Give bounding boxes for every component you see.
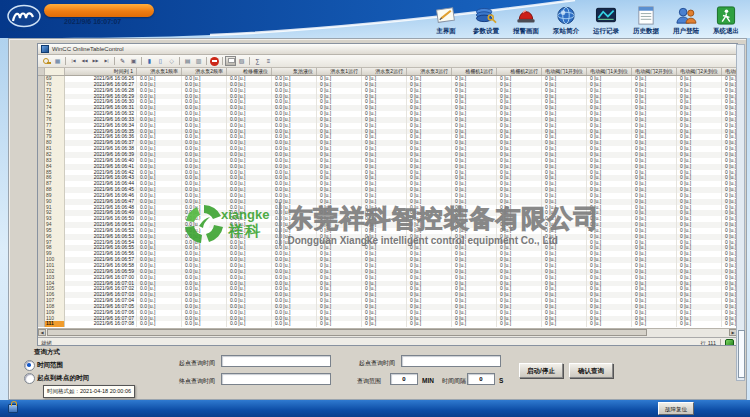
export-report-icon[interactable]: ▤ xyxy=(182,56,193,66)
last-record-icon[interactable]: ▶| xyxy=(101,56,112,66)
start-time-input-2[interactable] xyxy=(401,355,501,367)
radio-time-range[interactable] xyxy=(24,360,35,371)
nav-history-data[interactable]: 历史数据 xyxy=(626,5,666,36)
start-stop-button[interactable]: 启动/停止 xyxy=(519,363,563,378)
next-column-icon[interactable]: ▯ xyxy=(155,56,166,66)
wincc-titlebar[interactable]: WinCC OnlineTableControl xyxy=(38,44,737,55)
value-cell: 0.0 [u.] xyxy=(182,321,227,327)
nav-label: 运行记录 xyxy=(593,27,619,36)
scroll-left-arrow-icon[interactable]: ◀ xyxy=(38,329,46,336)
fault-reset-button[interactable]: 故障复位 xyxy=(658,402,694,415)
confirm-query-button[interactable]: 确认查询 xyxy=(569,363,613,378)
ruler-icon[interactable]: ≡ xyxy=(263,56,274,66)
horizontal-scroll-thumb[interactable] xyxy=(47,329,647,336)
nav-label: 参数设置 xyxy=(473,27,499,36)
lock-icon xyxy=(8,404,18,413)
time-format-hint: 时间格式如：2021-04-18 20:00:06 xyxy=(43,385,135,398)
stop-update-icon[interactable] xyxy=(210,57,219,66)
prev-record-icon[interactable]: ◀◀ xyxy=(79,56,90,66)
radio-selected-dot xyxy=(27,363,31,367)
end-time-label: 终点查询时间 xyxy=(179,377,215,386)
nav-label: 主界面 xyxy=(436,27,456,36)
start-time-label: 起点查询时间 xyxy=(179,359,215,368)
nav-system-exit[interactable]: 系统退出 xyxy=(706,5,746,36)
column-header: 潜水泵1频率 xyxy=(137,68,182,75)
system-clock: 2021/9/6 16:07:07 xyxy=(64,18,121,25)
value-cell: 0.0 [u.] xyxy=(272,321,317,327)
value-cell: 0.0 [u.] xyxy=(227,321,272,327)
radio-time-range-label: 时间范围 xyxy=(37,361,63,370)
query-range-input[interactable] xyxy=(390,373,418,385)
value-cell: 0 [u.] xyxy=(317,321,362,327)
nav-user-login[interactable]: 用户登陆 xyxy=(666,5,706,36)
column-header: 电动阀门2开到位 xyxy=(632,68,677,75)
nav-main-screen[interactable]: 主界面 xyxy=(426,5,466,36)
column-header: 电动阀门1开到位 xyxy=(542,68,587,75)
key-icon[interactable] xyxy=(41,56,52,66)
status-separator xyxy=(720,339,721,346)
next-record-icon[interactable]: ▶▶ xyxy=(90,56,101,66)
interval-unit-label: S xyxy=(499,377,503,384)
query-method-label: 查询方式 xyxy=(34,348,60,357)
column-header: 潜水泵1运行 xyxy=(317,68,362,75)
alarm-screen-icon xyxy=(514,5,538,26)
wincc-statusbar: 就绪 行 111 xyxy=(38,337,737,346)
export-icon[interactable]: ▧ xyxy=(236,56,247,66)
header-corner xyxy=(38,68,45,75)
time-interval-label: 时间间隔 xyxy=(442,377,466,386)
top-banner: 祥科智控 2021/9/6 16:07:07 主界面 参数设置 xyxy=(0,0,750,38)
toolbar-separator xyxy=(114,57,115,65)
toolbar-separator xyxy=(206,57,207,65)
run-record-icon xyxy=(594,5,618,26)
first-record-icon[interactable]: |◀ xyxy=(68,56,79,66)
query-range-label: 查询范围 xyxy=(357,377,381,386)
main-nav: 主界面 参数设置 报警画面 xyxy=(426,5,746,36)
value-cell: 0 [u.] xyxy=(497,321,542,327)
logo-caption: 祥科智控 xyxy=(7,27,27,32)
nav-alarm-screen[interactable]: 报警画面 xyxy=(506,5,546,36)
start-time-label-2: 起点查询时间 xyxy=(359,359,395,368)
nav-station-intro[interactable]: 泵站简介 xyxy=(546,5,586,36)
bottom-bar: 故障复位 xyxy=(0,400,750,417)
value-cell: 0 [u.] xyxy=(677,321,722,327)
print-icon[interactable] xyxy=(225,56,236,66)
stats-icon[interactable]: ∑ xyxy=(252,56,263,66)
copy-icon[interactable]: ▣ xyxy=(128,56,139,66)
vertical-scroll-thumb[interactable] xyxy=(738,330,745,378)
station-name-banner xyxy=(44,4,154,17)
horizontal-scrollbar[interactable]: ◀ ▶ xyxy=(38,328,737,337)
table-row[interactable]: 1112021/9/6 16:07:080.0 [u.]0.0 [u.]0.0 … xyxy=(38,321,737,327)
nav-label: 泵站简介 xyxy=(553,27,579,36)
nav-parameter-settings[interactable]: 参数设置 xyxy=(466,5,506,36)
edit-icon[interactable]: ✎ xyxy=(117,56,128,66)
wincc-toolbar: ▦|◀◀◀▶▶▶|✎▣▮▯◇▤▥▧∑≡ xyxy=(38,55,737,68)
column-header: 泵池液位 xyxy=(272,68,317,75)
user-login-icon xyxy=(674,5,698,26)
column-header: 电动阀门1关到位 xyxy=(587,68,632,75)
nav-run-record[interactable]: 运行记录 xyxy=(586,5,626,36)
radio-start-end-time[interactable] xyxy=(24,373,35,384)
wincc-table-window: WinCC OnlineTableControl ▦|◀◀◀▶▶▶|✎▣▮▯◇▤… xyxy=(37,43,738,346)
station-intro-icon xyxy=(554,5,578,26)
main-panel: WinCC OnlineTableControl ▦|◀◀◀▶▶▶|✎▣▮▯◇▤… xyxy=(8,38,747,400)
nav-label: 系统退出 xyxy=(713,27,739,36)
end-time-input[interactable] xyxy=(221,373,331,385)
toolbar-separator xyxy=(141,57,142,65)
column-header: 检修栅液位 xyxy=(227,68,272,75)
value-cell: 0 [u.] xyxy=(362,321,407,327)
vertical-scrollbar[interactable] xyxy=(736,44,745,381)
time-range-icon[interactable]: ◇ xyxy=(166,56,177,66)
export-data-icon[interactable]: ▥ xyxy=(193,56,204,66)
wincc-window-title: WinCC OnlineTableControl xyxy=(52,46,124,52)
connection-status-icon xyxy=(725,339,734,346)
table-select-icon[interactable]: ▦ xyxy=(52,56,63,66)
first-column-icon[interactable]: ▮ xyxy=(144,56,155,66)
nav-label: 历史数据 xyxy=(633,27,659,36)
toolbar-separator xyxy=(222,57,223,65)
value-cell: 0 [u.] xyxy=(587,321,632,327)
main-screen-icon xyxy=(434,5,458,26)
status-ready-text: 就绪 xyxy=(41,340,52,346)
start-time-input[interactable] xyxy=(221,355,331,367)
time-interval-input[interactable] xyxy=(467,373,495,385)
column-header: 格栅机1运行 xyxy=(452,68,497,75)
